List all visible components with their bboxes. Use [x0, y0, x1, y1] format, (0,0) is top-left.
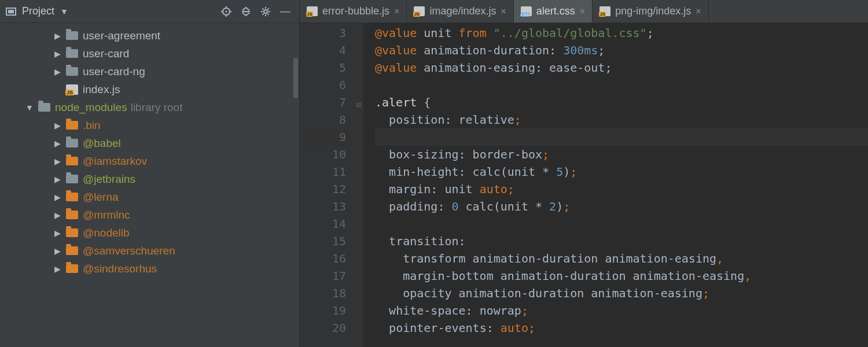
css-file-icon — [521, 6, 532, 16]
chevron-right-icon[interactable] — [53, 193, 61, 202]
gutter-line-number[interactable]: 13 — [300, 198, 346, 215]
collapse-all-icon[interactable] — [238, 3, 254, 20]
project-header: Project ▼ — — [0, 0, 299, 23]
tree-row[interactable]: .bin — [0, 116, 299, 134]
chevron-right-icon[interactable] — [53, 157, 61, 166]
folder-icon — [66, 67, 78, 76]
chevron-right-icon[interactable] — [53, 49, 61, 58]
project-tree[interactable]: user-agreementuser-carduser-card-ngindex… — [0, 23, 299, 347]
chevron-right-icon[interactable] — [53, 211, 61, 220]
js-file-icon — [414, 6, 425, 16]
code-line[interactable]: margin-bottom animation-duration animati… — [375, 267, 868, 285]
folder-icon — [66, 175, 78, 183]
gutter-line-number[interactable]: 10 — [300, 146, 346, 163]
code-line[interactable]: white-space: nowrap; — [375, 302, 868, 319]
scrollbar-thumb[interactable] — [293, 58, 298, 98]
gutter-line-number[interactable]: 16 — [300, 250, 346, 267]
close-icon[interactable]: × — [394, 6, 399, 17]
tree-row[interactable]: user-agreement — [0, 27, 299, 45]
project-title[interactable]: Project — [22, 5, 54, 17]
code-line[interactable]: @value animation-easing: ease-out; — [375, 59, 868, 76]
folder-excluded-icon — [66, 121, 78, 130]
folder-excluded-icon — [66, 228, 78, 237]
gutter-line-number[interactable]: 19 — [300, 302, 346, 319]
chevron-right-icon[interactable] — [53, 139, 61, 148]
gutter-line-number[interactable]: 14 — [300, 215, 346, 232]
code-line[interactable]: transition: — [375, 232, 868, 250]
code-line[interactable]: @value animation-duration: 300ms; — [375, 42, 868, 59]
code-line[interactable] — [375, 215, 868, 232]
chevron-right-icon[interactable] — [53, 67, 61, 76]
code-line[interactable]: opacity animation-duration animation-eas… — [375, 285, 868, 302]
locate-icon[interactable] — [218, 3, 234, 20]
tree-row[interactable]: user-card-ng — [0, 62, 299, 80]
code-line[interactable]: .alert { — [375, 94, 868, 111]
gutter-line-number[interactable]: 17 — [300, 267, 346, 285]
svg-point-1 — [226, 10, 227, 12]
code-line[interactable] — [375, 76, 868, 94]
gutter-line-number[interactable]: 5 — [300, 59, 346, 76]
tree-row[interactable]: node_moduleslibrary root — [0, 98, 299, 116]
tree-row[interactable]: @jetbrains — [0, 170, 299, 188]
gutter-line-number[interactable]: 11 — [300, 163, 346, 180]
chevron-down-icon[interactable] — [25, 103, 34, 112]
chevron-right-icon[interactable] — [53, 228, 61, 238]
close-icon[interactable]: × — [501, 6, 506, 17]
gutter-line-number[interactable]: 7 — [300, 94, 346, 111]
gutter-line-number[interactable]: 20 — [300, 319, 346, 337]
code-line[interactable]: @value unit from "../global/global.css"; — [375, 24, 868, 42]
close-icon[interactable]: × — [580, 6, 585, 17]
project-icon — [6, 8, 16, 16]
chevron-down-icon[interactable]: ▼ — [60, 7, 68, 16]
tree-row[interactable]: @sindresorhus — [0, 260, 299, 278]
code-line[interactable]: position: relative; — [375, 111, 868, 128]
editor-tab[interactable]: alert.css× — [514, 0, 593, 23]
tree-item-label: @mrmlnc — [83, 209, 130, 222]
tab-label: png-img/index.js — [615, 5, 691, 17]
chevron-right-icon[interactable] — [53, 264, 61, 274]
code-line[interactable]: transform animation-duration animation-e… — [375, 250, 868, 267]
tree-row[interactable]: @mrmlnc — [0, 206, 299, 224]
code-line[interactable]: pointer-events: auto; — [375, 319, 868, 337]
editor-body[interactable]: @value unit from "../global/global.css";… — [363, 23, 868, 347]
gear-icon[interactable] — [258, 3, 274, 20]
tree-row[interactable]: @nodelib — [0, 224, 299, 242]
tree-item-label: @nodelib — [83, 227, 130, 239]
minimize-icon[interactable]: — — [277, 3, 293, 20]
gutter-line-number[interactable]: 12 — [300, 180, 346, 198]
code-line[interactable]: padding: 0 calc(unit * 2); — [375, 198, 868, 215]
editor-tab[interactable]: error-bubble.js× — [300, 0, 407, 23]
tree-item-label: user-agreement — [83, 29, 160, 42]
code-line[interactable]: min-height: calc(unit * 5); — [375, 163, 868, 180]
chevron-right-icon[interactable] — [53, 175, 61, 184]
chevron-right-icon[interactable] — [53, 31, 61, 40]
chevron-right-icon[interactable] — [53, 246, 61, 256]
code-editor[interactable]: 3456⊟7891011121314151617181920 @value un… — [300, 23, 868, 347]
editor-gutter[interactable]: 3456⊟7891011121314151617181920 — [300, 23, 363, 347]
code-line[interactable]: box-sizing: border-box; — [375, 146, 868, 163]
folder-excluded-icon — [66, 211, 78, 219]
tree-row[interactable]: @samverschueren — [0, 242, 299, 260]
editor-tab[interactable]: image/index.js× — [407, 0, 513, 23]
gutter-line-number[interactable]: 8 — [300, 111, 346, 128]
fold-toggle-icon[interactable]: ⊟ — [356, 96, 361, 113]
gutter-line-number[interactable]: 9 — [300, 128, 346, 146]
gutter-line-number[interactable]: 15 — [300, 232, 346, 250]
tree-row[interactable]: @babel — [0, 134, 299, 152]
gutter-line-number[interactable]: 4 — [300, 42, 346, 59]
close-icon[interactable]: × — [696, 6, 701, 17]
tree-row[interactable]: @iamstarkov — [0, 152, 299, 170]
code-line[interactable]: margin: unit auto; — [375, 180, 868, 198]
tree-row[interactable]: user-card — [0, 45, 299, 62]
chevron-right-icon[interactable] — [53, 121, 61, 130]
editor-tab[interactable]: png-img/index.js× — [593, 0, 708, 23]
tree-row[interactable]: index.js — [0, 80, 299, 98]
editor-area: error-bubble.js×image/index.js×alert.css… — [300, 0, 868, 347]
tree-row[interactable]: @lerna — [0, 188, 299, 206]
code-line[interactable] — [375, 128, 868, 146]
gutter-line-number[interactable]: 3 — [300, 24, 346, 42]
gutter-line-number[interactable]: 18 — [300, 285, 346, 302]
gutter-line-number[interactable]: 6 — [300, 76, 346, 94]
js-file-icon — [66, 84, 78, 95]
tree-item-label: @babel — [83, 137, 121, 150]
